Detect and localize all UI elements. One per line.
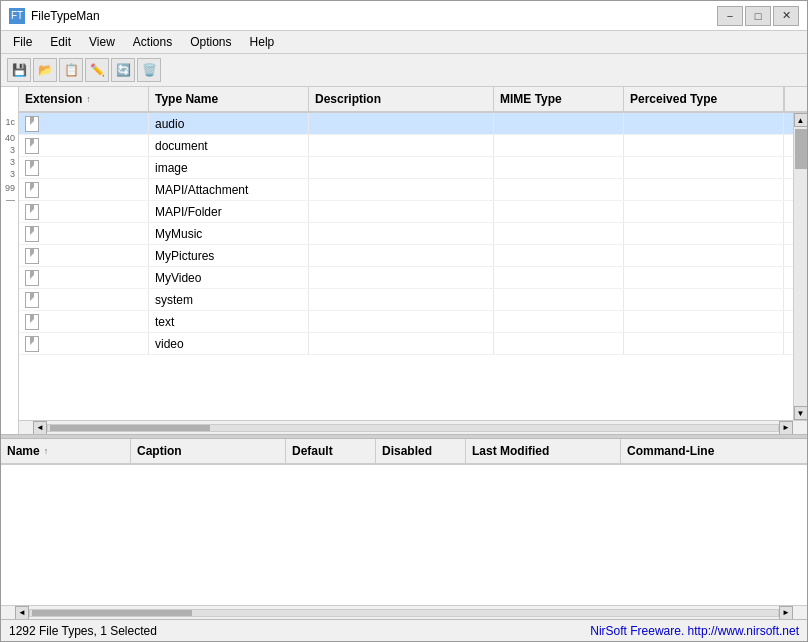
toolbar-delete[interactable]: 🗑️ <box>137 58 161 82</box>
table-row[interactable]: document <box>19 135 793 157</box>
col-description[interactable]: Description <box>309 87 494 111</box>
toolbar-copy[interactable]: 📋 <box>59 58 83 82</box>
h-scroll-thumb[interactable] <box>50 425 210 431</box>
lower-h-scrollbar[interactable]: ◄ ► <box>1 605 807 619</box>
lower-col-name[interactable]: Name ↑ <box>1 439 131 463</box>
menu-edit[interactable]: Edit <box>42 33 79 51</box>
col-mime-type-label: MIME Type <box>500 92 562 106</box>
cell-perceived-type <box>624 179 784 200</box>
col-extension[interactable]: Extension ↑ <box>19 87 149 111</box>
lower-col-disabled[interactable]: Disabled <box>376 439 466 463</box>
minimize-button[interactable]: − <box>717 6 743 26</box>
table-row[interactable]: MyMusic <box>19 223 793 245</box>
scroll-thumb[interactable] <box>795 129 807 169</box>
toolbar-open[interactable]: 📂 <box>33 58 57 82</box>
cell-extension <box>19 157 149 178</box>
menu-actions[interactable]: Actions <box>125 33 180 51</box>
table-row[interactable]: audio <box>19 113 793 135</box>
toolbar-edit[interactable]: ✏️ <box>85 58 109 82</box>
cell-description <box>309 267 494 288</box>
lower-col-command-line[interactable]: Command-Line <box>621 439 807 463</box>
file-icon <box>25 292 39 308</box>
cell-type-name: MAPI/Folder <box>149 201 309 222</box>
lower-col-last-modified[interactable]: Last Modified <box>466 439 621 463</box>
sidebar-num-4: 40 <box>2 133 17 143</box>
cell-mime-type <box>494 179 624 200</box>
lower-scroll-right-btn[interactable]: ► <box>779 606 793 620</box>
col-type-name[interactable]: Type Name <box>149 87 309 111</box>
lower-col-name-label: Name <box>7 444 40 458</box>
cell-mime-type <box>494 245 624 266</box>
scroll-track[interactable] <box>794 127 808 406</box>
menu-options[interactable]: Options <box>182 33 239 51</box>
lower-h-scroll-track[interactable] <box>29 609 779 617</box>
upper-h-scrollbar[interactable]: ◄ ► <box>19 420 807 434</box>
file-icon <box>25 248 39 264</box>
file-icon <box>25 138 39 154</box>
cell-extension <box>19 289 149 310</box>
menu-file[interactable]: File <box>5 33 40 51</box>
h-scroll-track[interactable] <box>47 424 779 432</box>
menu-view[interactable]: View <box>81 33 123 51</box>
cell-extension <box>19 223 149 244</box>
cell-perceived-type <box>624 113 784 134</box>
table-row[interactable]: MAPI/Folder <box>19 201 793 223</box>
scroll-left-btn[interactable]: ◄ <box>33 421 47 435</box>
table-row[interactable]: system <box>19 289 793 311</box>
cell-type-name: MyVideo <box>149 267 309 288</box>
cell-type-name: MyPictures <box>149 245 309 266</box>
maximize-button[interactable]: □ <box>745 6 771 26</box>
sidebar-num-9: 99 <box>2 183 17 193</box>
menu-help[interactable]: Help <box>242 33 283 51</box>
status-left: 1292 File Types, 1 Selected <box>9 624 157 638</box>
col-mime-type[interactable]: MIME Type <box>494 87 624 111</box>
cell-mime-type <box>494 201 624 222</box>
cell-mime-type <box>494 311 624 332</box>
cell-mime-type <box>494 157 624 178</box>
lower-scroll-left-btn[interactable]: ◄ <box>15 606 29 620</box>
lower-panel: Name ↑ Caption Default Disabled <box>1 439 807 619</box>
cell-description <box>309 311 494 332</box>
lower-h-scroll-thumb[interactable] <box>32 610 192 616</box>
file-icon <box>25 204 39 220</box>
scroll-down-btn[interactable]: ▼ <box>794 406 808 420</box>
col-type-name-label: Type Name <box>155 92 218 106</box>
file-icon <box>25 182 39 198</box>
cell-description <box>309 223 494 244</box>
table-row[interactable]: MAPI/Attachment <box>19 179 793 201</box>
cell-perceived-type <box>624 289 784 310</box>
file-icon <box>25 314 39 330</box>
cell-mime-type <box>494 223 624 244</box>
col-perceived-type-label: Perceived Type <box>630 92 717 106</box>
upper-v-scrollbar[interactable]: ▲ ▼ <box>793 113 807 420</box>
title-controls: − □ ✕ <box>717 6 799 26</box>
table-row[interactable]: video <box>19 333 793 355</box>
cell-mime-type <box>494 289 624 310</box>
cell-mime-type <box>494 113 624 134</box>
table-row[interactable]: MyVideo <box>19 267 793 289</box>
lower-col-default-label: Default <box>292 444 333 458</box>
status-right: NirSoft Freeware. http://www.nirsoft.net <box>590 624 799 638</box>
upper-panel: 1c 40 3 3 3 99 — Extension ↑ <box>1 87 807 434</box>
cell-extension <box>19 267 149 288</box>
col-description-label: Description <box>315 92 381 106</box>
cell-description <box>309 157 494 178</box>
lower-col-caption[interactable]: Caption <box>131 439 286 463</box>
toolbar-save[interactable]: 💾 <box>7 58 31 82</box>
file-icon <box>25 270 39 286</box>
cell-perceived-type <box>624 245 784 266</box>
col-perceived-type[interactable]: Perceived Type <box>624 87 784 111</box>
toolbar-refresh[interactable]: 🔄 <box>111 58 135 82</box>
col-extension-label: Extension <box>25 92 82 106</box>
close-button[interactable]: ✕ <box>773 6 799 26</box>
cell-type-name: text <box>149 311 309 332</box>
scroll-up-btn[interactable]: ▲ <box>794 113 808 127</box>
table-row[interactable]: text <box>19 311 793 333</box>
table-row[interactable]: image <box>19 157 793 179</box>
table-row[interactable]: MyPictures <box>19 245 793 267</box>
toolbar: 💾 📂 📋 ✏️ 🔄 🗑️ <box>1 54 807 87</box>
lower-col-default[interactable]: Default <box>286 439 376 463</box>
upper-table-header: Extension ↑ Type Name Description MIME T… <box>19 87 807 113</box>
scroll-right-btn[interactable]: ► <box>779 421 793 435</box>
cell-description <box>309 201 494 222</box>
